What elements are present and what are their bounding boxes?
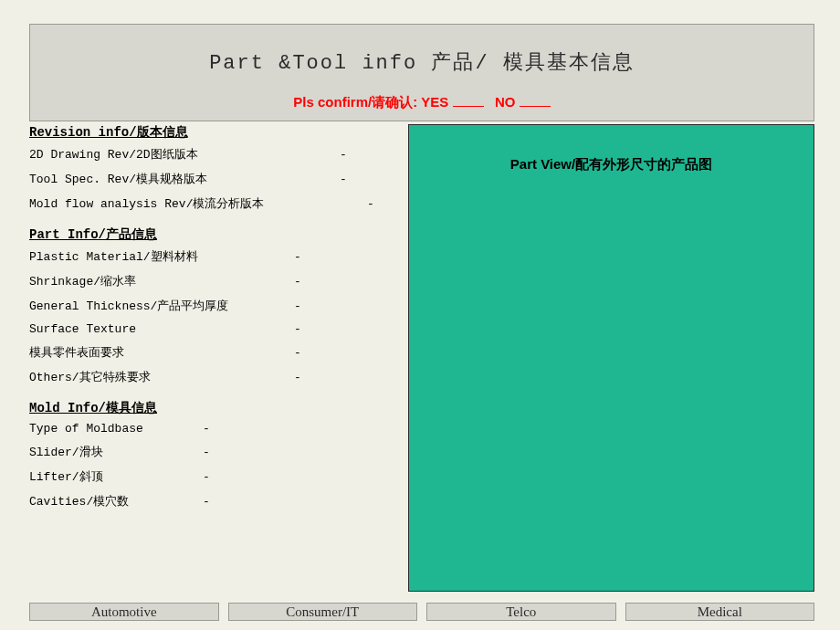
part-value: - (294, 250, 301, 264)
mold-row: Cavities/模穴数- (29, 493, 404, 509)
part-row: General Thickness/产品平均厚度- (29, 298, 404, 314)
revision-label: Mold flow analysis Rev/模流分析版本 (29, 195, 367, 212)
mold-value: - (203, 446, 210, 459)
revision-row: 2D Drawing Rev/2D图纸版本- (29, 146, 404, 163)
part-row: Others/其它特殊要求- (29, 369, 404, 385)
footer-tabs: AutomotiveConsumer/ITTelcoMedical (29, 603, 814, 621)
mold-value: - (203, 422, 210, 436)
revision-value: - (340, 173, 347, 186)
no-blank[interactable] (520, 96, 551, 107)
part-label: Others/其它特殊要求 (29, 369, 294, 385)
mold-label: Slider/滑块 (29, 444, 203, 460)
part-value: - (294, 371, 301, 384)
part-label: General Thickness/产品平均厚度 (29, 298, 294, 314)
part-value: - (294, 322, 301, 336)
yes-blank[interactable] (453, 96, 484, 107)
part-row: Shrinkage/缩水率- (29, 273, 404, 289)
part-view-title: Part View/配有外形尺寸的产品图 (409, 156, 814, 173)
part-label: Surface Texture (29, 322, 294, 336)
revision-label: 2D Drawing Rev/2D图纸版本 (29, 146, 340, 163)
mold-row: Lifter/斜顶- (29, 468, 404, 485)
footer-tab-consumer-it[interactable]: Consumer/IT (228, 603, 418, 621)
part-heading: Part Info/产品信息 (29, 226, 404, 243)
part-row: Plastic Material/塑料材料- (29, 248, 404, 265)
left-column: Revision info/版本信息 2D Drawing Rev/2D图纸版本… (29, 124, 404, 524)
mold-row: Slider/滑块- (29, 444, 404, 460)
revision-section: Revision info/版本信息 2D Drawing Rev/2D图纸版本… (29, 124, 404, 212)
revision-label: Tool Spec. Rev/模具规格版本 (29, 171, 340, 187)
footer-tab-medical[interactable]: Medical (625, 603, 815, 621)
part-view-panel: Part View/配有外形尺寸的产品图 (408, 124, 814, 592)
revision-heading: Revision info/版本信息 (29, 124, 404, 141)
part-value: - (294, 299, 301, 313)
footer-tab-automotive[interactable]: Automotive (29, 603, 219, 621)
part-row: 模具零件表面要求- (29, 344, 404, 361)
mold-row: Type of Moldbase- (29, 422, 404, 436)
mold-label: Cavities/模穴数 (29, 493, 203, 509)
mold-value: - (203, 470, 210, 484)
footer-tab-telco[interactable]: Telco (426, 603, 616, 621)
revision-value: - (340, 148, 347, 162)
part-label: Plastic Material/塑料材料 (29, 248, 294, 265)
revision-value: - (367, 197, 374, 211)
mold-label: Lifter/斜顶 (29, 468, 203, 485)
part-label: Shrinkage/缩水率 (29, 273, 294, 289)
confirm-prefix: Pls confirm/请确认: YES (293, 94, 448, 110)
part-value: - (294, 346, 301, 360)
part-row: Surface Texture- (29, 322, 404, 336)
part-value: - (294, 275, 301, 289)
mold-value: - (203, 495, 210, 509)
mold-label: Type of Moldbase (29, 422, 203, 436)
part-section: Part Info/产品信息 Plastic Material/塑料材料-Shr… (29, 226, 404, 385)
mold-heading: Mold Info/模具信息 (29, 400, 404, 416)
header-box: Part &Tool info 产品/ 模具基本信息 Pls confirm/请… (29, 24, 814, 121)
mold-section: Mold Info/模具信息 Type of Moldbase-Slider/滑… (29, 400, 404, 509)
revision-row: Tool Spec. Rev/模具规格版本- (29, 171, 404, 187)
confirm-no: NO (495, 94, 516, 110)
revision-row: Mold flow analysis Rev/模流分析版本- (29, 195, 404, 212)
page-title: Part &Tool info 产品/ 模具基本信息 (30, 48, 814, 76)
confirm-line: Pls confirm/请确认: YES NO (30, 94, 814, 111)
part-label: 模具零件表面要求 (29, 344, 294, 361)
